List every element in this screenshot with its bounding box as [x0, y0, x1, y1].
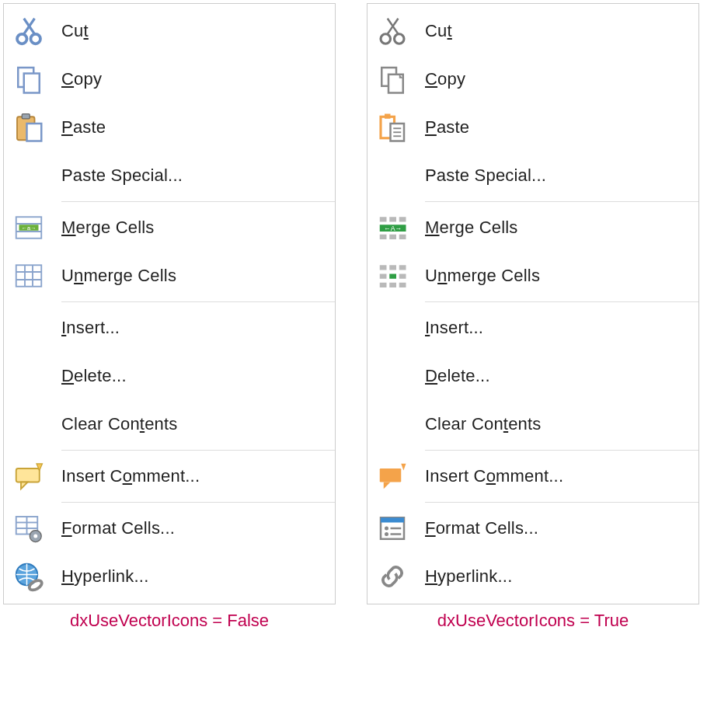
menu-item-label: Format Cells...: [425, 518, 538, 538]
svg-rect-8: [27, 124, 42, 141]
menu-item-paste-special[interactable]: Paste Special...: [367, 152, 698, 200]
menu-item-label: Format Cells...: [61, 518, 175, 538]
context-menu-bitmap: Cut Copy Paste Paste Sp: [3, 3, 336, 604]
menu-column-bitmap: Cut Copy Paste Paste Sp: [3, 3, 336, 631]
menu-item-label: Delete...: [61, 366, 127, 386]
menu-item-label: Unmerge Cells: [61, 266, 176, 286]
menu-item-label: Insert Comment...: [61, 466, 200, 486]
menu-separator: [61, 301, 335, 302]
menu-item-paste[interactable]: Paste: [367, 103, 698, 152]
menu-separator: [425, 502, 698, 503]
blank-icon: [371, 158, 414, 193]
menu-item-cut[interactable]: Cut: [4, 7, 335, 55]
svg-marker-60: [384, 482, 391, 489]
menu-item-label: Clear Contents: [425, 414, 542, 434]
menu-item-label: Insert...: [425, 318, 483, 338]
blank-icon: [371, 359, 414, 393]
merge-cells-icon: ←a→: [7, 211, 51, 245]
svg-rect-54: [389, 283, 396, 287]
menu-item-paste-special[interactable]: Paste Special...: [4, 152, 335, 200]
menu-item-delete[interactable]: Delete...: [367, 352, 698, 400]
menu-item-comment[interactable]: Insert Comment...: [367, 452, 698, 500]
blank-icon: [7, 407, 51, 441]
svg-point-33: [395, 34, 405, 44]
menu-item-delete[interactable]: Delete...: [4, 352, 335, 400]
svg-rect-5: [24, 74, 40, 93]
menu-item-label: Insert Comment...: [425, 466, 563, 486]
menu-item-label: Copy: [61, 69, 102, 89]
menu-item-hyperlink[interactable]: Hyperlink...: [4, 552, 335, 601]
menu-separator: [61, 502, 335, 503]
menu-separator: [61, 201, 335, 202]
svg-rect-55: [399, 283, 406, 287]
svg-point-63: [385, 527, 388, 531]
blank-icon: [7, 158, 51, 193]
svg-point-3: [31, 34, 41, 44]
menu-separator: [425, 201, 698, 202]
paste-icon: [371, 110, 414, 145]
svg-rect-62: [381, 517, 404, 522]
menu-item-label: Delete...: [425, 366, 490, 386]
blank-icon: [371, 407, 414, 441]
menu-item-insert[interactable]: Insert...: [4, 304, 335, 352]
comment-icon: [371, 459, 414, 493]
copy-icon: [7, 62, 51, 96]
menu-item-merge[interactable]: ←A→ Merge Cells: [367, 204, 698, 252]
menu-separator: [61, 450, 335, 451]
svg-rect-57: [399, 274, 406, 279]
svg-rect-56: [380, 274, 387, 279]
menu-item-unmerge[interactable]: Unmerge Cells: [4, 252, 335, 300]
menu-item-format[interactable]: Format Cells...: [367, 504, 698, 552]
svg-rect-44: [399, 217, 406, 221]
menu-item-unmerge[interactable]: Unmerge Cells: [367, 252, 698, 300]
svg-rect-47: [399, 235, 406, 239]
menu-item-copy[interactable]: Copy: [4, 55, 335, 103]
menu-item-label: Cut: [425, 21, 452, 41]
svg-text:←A→: ←A→: [384, 225, 402, 232]
paste-icon: [7, 110, 51, 145]
menu-item-label: Paste Special...: [425, 165, 546, 186]
hyperlink-icon: [7, 559, 51, 594]
menu-item-format[interactable]: Format Cells...: [4, 504, 335, 552]
svg-rect-45: [380, 235, 387, 239]
svg-rect-58: [389, 274, 396, 279]
svg-point-32: [381, 34, 391, 44]
svg-rect-50: [380, 265, 387, 270]
menu-item-label: Paste: [61, 117, 106, 138]
unmerge-cells-icon: [7, 259, 51, 293]
menu-item-label: Hyperlink...: [61, 566, 148, 587]
menu-item-label: Copy: [425, 69, 465, 89]
menu-item-insert[interactable]: Insert...: [367, 304, 698, 352]
svg-rect-42: [380, 217, 387, 221]
blank-icon: [7, 359, 51, 393]
unmerge-cells-icon: [371, 259, 414, 293]
menu-item-label: Clear Contents: [61, 414, 178, 434]
menu-item-clear[interactable]: Clear Contents: [367, 400, 698, 448]
menu-item-label: Insert...: [61, 318, 120, 338]
format-cells-icon: [371, 511, 414, 545]
svg-rect-37: [385, 114, 391, 119]
svg-point-27: [33, 535, 37, 538]
svg-point-65: [385, 532, 388, 536]
copy-icon: [371, 62, 414, 96]
merge-cells-icon: ←A→: [371, 211, 414, 245]
menu-separator: [425, 450, 698, 451]
format-cells-icon: [7, 511, 51, 545]
svg-marker-20: [21, 482, 28, 489]
hyperlink-icon: [371, 559, 414, 594]
menu-item-label: Cut: [61, 21, 89, 41]
menu-item-clear[interactable]: Clear Contents: [4, 400, 335, 448]
blank-icon: [7, 311, 51, 345]
menu-item-merge[interactable]: ←a→ Merge Cells: [4, 204, 335, 252]
menu-item-label: Paste: [425, 117, 469, 138]
menu-item-hyperlink[interactable]: Hyperlink...: [367, 552, 698, 601]
cut-icon: [7, 14, 51, 48]
menu-item-paste[interactable]: Paste: [4, 103, 335, 152]
menu-item-cut[interactable]: Cut: [367, 7, 698, 55]
caption-bitmap: dxUseVectorIcons = False: [3, 611, 336, 631]
menu-item-comment[interactable]: Insert Comment...: [4, 452, 335, 500]
svg-rect-14: [16, 265, 42, 287]
menu-item-copy[interactable]: Copy: [367, 55, 698, 103]
comment-icon: [7, 459, 51, 493]
svg-rect-19: [16, 468, 40, 482]
